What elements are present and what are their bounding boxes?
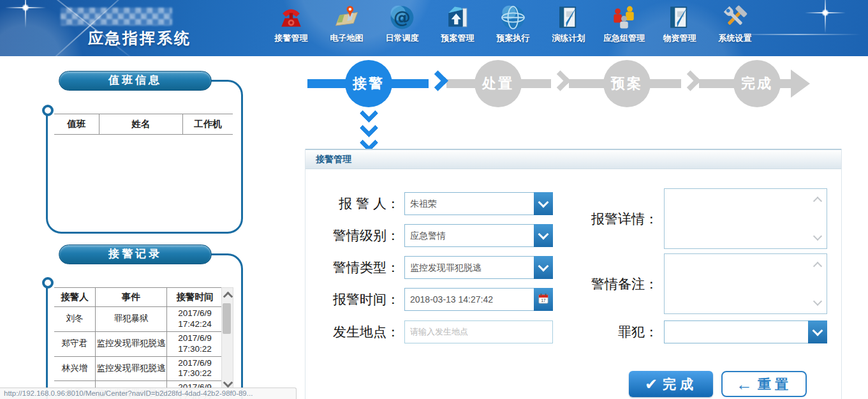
nav-item-system-settings[interactable]: 系统设置	[707, 2, 763, 44]
step-plan[interactable]: 预案	[603, 60, 651, 107]
nav-label: 电子地图	[330, 33, 364, 44]
cell-event: 监控发现罪犯脱逃	[96, 331, 167, 356]
note-label: 警情备注：	[522, 253, 658, 314]
nav-item-plan-manage[interactable]: 预案管理	[430, 2, 485, 44]
nav-label: 演练计划	[552, 33, 585, 44]
globe-icon	[499, 4, 527, 31]
chevron-down-icon[interactable]	[808, 320, 827, 343]
arrow-left-icon: ←	[736, 376, 753, 393]
records-scrollbar[interactable]	[221, 287, 233, 392]
check-icon: ✔	[645, 375, 658, 393]
duty-col-shift: 值班	[54, 114, 99, 135]
chevron-right-icon	[550, 70, 571, 91]
detail-textarea[interactable]	[664, 188, 827, 249]
cell-event: 监控发现罪犯脱逃	[96, 356, 167, 381]
drill-notebook-icon	[555, 4, 582, 31]
step-end-arrow-icon	[791, 70, 810, 98]
nav-label: 应急组管理	[603, 33, 645, 44]
nav-item-daily-dispatch[interactable]: @ 日常调度	[374, 2, 430, 44]
table-row[interactable]: 刘冬 罪犯暴狱 2017/6/9 17:42:24	[54, 307, 223, 332]
records-col-event: 事件	[96, 288, 167, 307]
main-nav: 接警管理 电子地图 @ 日常调度	[263, 2, 763, 44]
reset-button[interactable]: ← 重置	[721, 371, 807, 397]
note-textarea[interactable]	[664, 253, 827, 314]
sparkle-icon	[5, 0, 46, 28]
app-title: 应急指挥系统	[88, 28, 191, 49]
cell-time: 2017/6/9 17:30:22	[167, 331, 223, 356]
nav-item-alarm-manage[interactable]: 接警管理	[263, 2, 319, 44]
type-label: 警情类型：	[305, 256, 400, 279]
reporter-label: 报 警 人：	[305, 192, 400, 215]
level-label: 警情级别：	[305, 224, 400, 247]
logo-redacted	[61, 8, 172, 26]
nav-label: 物资管理	[663, 33, 696, 44]
finish-button[interactable]: ✔ 完成	[629, 371, 713, 397]
tools-icon	[721, 4, 749, 31]
ring-decoration	[42, 105, 54, 116]
step-alarm[interactable]: 接警	[345, 60, 392, 107]
cell-receiver: 郑守君	[54, 331, 96, 356]
map-icon	[333, 4, 360, 31]
plan-manage-icon	[444, 4, 471, 31]
nav-item-plan-execute[interactable]: 预案执行	[485, 2, 541, 44]
materials-notebook-icon	[666, 4, 693, 31]
scroll-up-icon[interactable]	[223, 292, 233, 302]
location-label: 发生地点：	[305, 320, 400, 343]
finish-button-label: 完成	[663, 375, 697, 393]
records-col-receiver: 接警人	[54, 288, 96, 307]
svg-text:@: @	[394, 7, 411, 27]
nav-item-drill-plan[interactable]: 演练计划	[541, 2, 596, 44]
duty-col-phone: 工作机	[183, 114, 233, 135]
nav-label: 日常调度	[386, 33, 419, 44]
phone-icon	[277, 4, 305, 31]
app-header: 应急指挥系统 接警管理 电子地图	[0, 0, 868, 56]
table-row[interactable]: 林兴增 监控发现罪犯脱逃 2017/6/9 17:30:22	[54, 356, 223, 381]
workflow-steps: 接警 处置 预案 完成	[305, 61, 844, 153]
duty-panel-frame	[46, 80, 243, 234]
group-cubes-icon	[610, 4, 638, 31]
cell-time: 2017/6/9 17:42:24	[167, 307, 223, 332]
nav-item-emergency-group[interactable]: 应急组管理	[596, 2, 652, 44]
step-complete[interactable]: 完成	[733, 60, 781, 107]
nav-label: 接警管理	[275, 33, 308, 44]
nav-label: 预案管理	[441, 33, 474, 44]
panel-title: 接警管理	[305, 149, 841, 169]
cell-time: 2017/6/9 17:30:22	[167, 356, 223, 381]
nav-item-materials-manage[interactable]: 物资管理	[652, 2, 707, 44]
browser-status-bar: http://192.168.0.96:8010/Menu/Center?nav…	[0, 388, 297, 399]
duty-table: 值班 姓名 工作机	[54, 114, 233, 135]
cell-event: 罪犯暴狱	[96, 307, 167, 332]
nav-label: 系统设置	[719, 33, 752, 44]
criminal-select[interactable]	[664, 320, 827, 343]
duty-header-row: 值班 姓名 工作机	[54, 114, 233, 135]
time-label: 报警时间：	[305, 288, 400, 311]
records-header-row: 接警人 事件 接警时间	[54, 288, 223, 307]
criminal-label: 罪犯：	[522, 320, 658, 343]
nav-item-electronic-map[interactable]: 电子地图	[319, 2, 374, 44]
nav-label: 预案执行	[497, 33, 530, 44]
cell-receiver: 林兴增	[54, 356, 96, 381]
detail-label: 报警详情：	[522, 188, 658, 249]
cell-receiver: 刘冬	[54, 307, 96, 332]
records-panel-title: 接警记录	[59, 245, 212, 264]
ring-decoration	[42, 277, 54, 289]
alarm-form-panel: 接警管理 报 警 人： 朱祖荣 警情级别： 应急警情 警情类型： 监控发现罪犯脱…	[305, 149, 842, 399]
duty-panel-title: 值班信息	[59, 71, 212, 91]
chevron-right-icon	[680, 70, 701, 91]
scroll-thumb[interactable]	[223, 303, 231, 334]
at-icon: @	[388, 4, 416, 31]
records-col-time: 接警时间	[167, 288, 223, 307]
chevron-right-icon	[427, 70, 448, 91]
reset-button-label: 重置	[758, 375, 792, 393]
records-table: 接警人 事件 接警时间 刘冬 罪犯暴狱 2017/6/9 17:42:24 郑守…	[54, 287, 223, 399]
sparkle-icon	[805, 0, 846, 33]
scroll-down-icon[interactable]	[223, 378, 233, 388]
duty-col-name: 姓名	[99, 114, 183, 135]
step-dispose[interactable]: 处置	[474, 60, 522, 107]
table-row[interactable]: 郑守君 监控发现罪犯脱逃 2017/6/9 17:30:22	[54, 331, 223, 356]
